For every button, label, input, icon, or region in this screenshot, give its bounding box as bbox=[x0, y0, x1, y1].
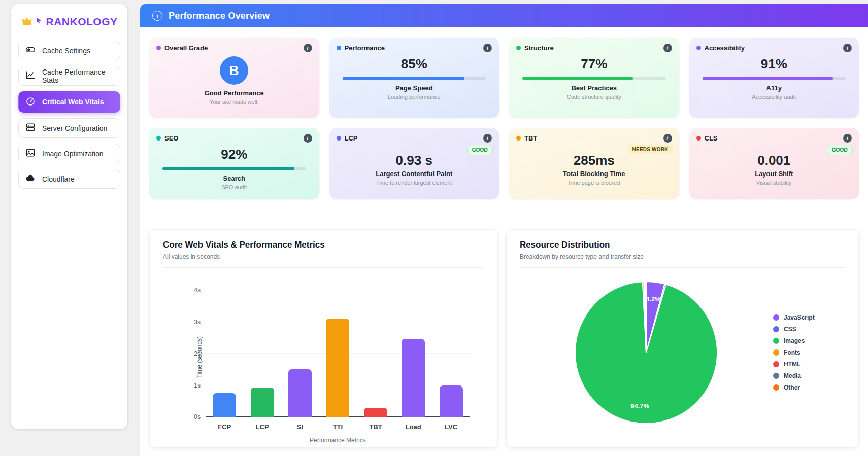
legend-dot bbox=[773, 338, 779, 344]
info-icon[interactable]: i bbox=[483, 134, 492, 143]
bar-slot bbox=[394, 290, 432, 417]
bar-fcp[interactable] bbox=[213, 393, 236, 417]
card-label: Overall Grade bbox=[164, 44, 208, 52]
legend-label: Fonts bbox=[784, 349, 800, 356]
sidebar-item-label: Cache Settings bbox=[42, 47, 90, 55]
sidebar-item-cache-settings[interactable]: Cache Settings bbox=[18, 41, 120, 60]
sidebar-item-label: Server Configuration bbox=[42, 124, 107, 132]
legend-item-css[interactable]: CSS bbox=[773, 326, 833, 333]
x-tick-label: TBT bbox=[357, 423, 394, 431]
card-header: Performancei bbox=[337, 44, 492, 52]
info-icon[interactable]: i bbox=[304, 134, 312, 143]
info-icon: i bbox=[152, 11, 162, 21]
sidebar-item-cloudflare[interactable]: Cloudflare bbox=[18, 169, 120, 189]
card-structure: Structurei77%Best PracticesCode structur… bbox=[509, 38, 679, 118]
status-dot bbox=[337, 46, 341, 50]
progress-bar bbox=[703, 77, 833, 80]
score-cards-grid: Overall GradeiBGood PerformanceYour site… bbox=[149, 38, 859, 199]
card-title: A11y bbox=[696, 84, 852, 92]
card-title: Good Performance bbox=[156, 89, 312, 97]
brand: RANKOLOGY bbox=[18, 15, 120, 28]
bar-lcp[interactable] bbox=[251, 388, 274, 417]
cloud-icon bbox=[25, 173, 36, 185]
crown-icon bbox=[21, 15, 32, 28]
card-accessibility: Accessibilityi91%A11yAccessibility audit bbox=[689, 38, 859, 118]
card-title: Best Practices bbox=[516, 84, 672, 92]
info-icon[interactable]: i bbox=[663, 44, 672, 52]
card-label: Structure bbox=[524, 44, 554, 52]
legend-label: HTML bbox=[784, 361, 800, 368]
pie-slice-label: 94.7% bbox=[631, 402, 650, 410]
legend-item-images[interactable]: Images bbox=[773, 337, 833, 344]
sidebar-nav: Cache SettingsCache Performance StatsCri… bbox=[18, 41, 120, 189]
image-icon bbox=[25, 148, 36, 159]
content: Overall GradeiBGood PerformanceYour site… bbox=[140, 27, 868, 456]
legend-item-html[interactable]: HTML bbox=[773, 361, 833, 368]
card-header: LCPi bbox=[337, 134, 492, 143]
bar-chart-plot: Time (seconds) 0s1s2s3s4s bbox=[206, 290, 470, 417]
info-icon[interactable]: i bbox=[843, 44, 852, 52]
pie-legend: JavaScriptCSSImagesFontsHTMLMediaOther bbox=[773, 314, 833, 391]
sidebar-item-label: Critical Web Vitals bbox=[42, 98, 104, 106]
card-seo: SEOi92%SearchSEO audit bbox=[149, 128, 319, 199]
divider bbox=[520, 267, 845, 268]
info-icon[interactable]: i bbox=[483, 44, 492, 52]
brand-name: RANKOLOGY bbox=[46, 16, 118, 28]
x-tick-label: TTI bbox=[319, 423, 356, 431]
sidebar-item-server-configuration[interactable]: Server Configuration bbox=[18, 118, 120, 138]
sidebar-item-critical-web-vitals[interactable]: Critical Web Vitals bbox=[18, 91, 120, 113]
card-value: 0.93 s bbox=[337, 153, 492, 168]
bars bbox=[206, 290, 470, 417]
page-header: i Performance Overview bbox=[140, 4, 868, 27]
card-label: Accessibility bbox=[705, 44, 745, 52]
card-performance: Performancei85%Page SpeedLoading perform… bbox=[329, 38, 499, 118]
bar-tti[interactable] bbox=[326, 319, 349, 417]
card-label: TBT bbox=[524, 134, 537, 142]
x-axis-label: Performance Metrics bbox=[206, 437, 470, 444]
card-value: 0.001 bbox=[696, 153, 852, 168]
status-dot bbox=[516, 136, 521, 141]
card-header: Structurei bbox=[516, 44, 672, 52]
card-header: Overall Gradei bbox=[156, 44, 312, 52]
card-lcp: LCPiGOOD0.93 sLargest Contentful PaintTi… bbox=[329, 128, 499, 199]
card-label: SEO bbox=[164, 134, 178, 142]
sidebar-item-cache-performance[interactable]: Cache Performance Stats bbox=[18, 66, 120, 86]
progress-track bbox=[522, 77, 666, 80]
card-header: SEOi bbox=[156, 134, 312, 143]
y-tick-label: 3s bbox=[181, 319, 201, 326]
sidebar-item-label: Cloudflare bbox=[42, 175, 75, 183]
legend-dot bbox=[773, 314, 779, 321]
card-label: CLS bbox=[705, 134, 718, 142]
progress-track bbox=[162, 167, 306, 170]
card-header: Accessibilityi bbox=[696, 44, 852, 52]
status-dot bbox=[337, 136, 341, 141]
sidebar-item-image-optimization[interactable]: Image Optimization bbox=[18, 144, 120, 163]
y-tick-label: 2s bbox=[181, 350, 201, 357]
info-icon[interactable]: i bbox=[304, 44, 312, 52]
card-value: 77% bbox=[516, 56, 672, 72]
legend-item-javascript[interactable]: JavaScript bbox=[773, 314, 833, 321]
legend-dot bbox=[773, 373, 779, 379]
bar-tbt[interactable] bbox=[364, 408, 387, 417]
x-axis-tick-labels: FCPLCPSITTITBTLoadLVC bbox=[206, 423, 470, 431]
bar-si[interactable] bbox=[288, 369, 312, 417]
y-tick-label: 4s bbox=[181, 287, 201, 294]
card-subtitle: Visual stability bbox=[696, 180, 852, 186]
charts-row: Core Web Vitals & Performance Metrics Al… bbox=[149, 229, 859, 448]
card-title: Layout Shift bbox=[696, 170, 852, 178]
info-icon[interactable]: i bbox=[663, 134, 672, 143]
card-value: 285ms bbox=[516, 153, 672, 168]
x-tick-label: SI bbox=[281, 423, 319, 431]
legend-item-fonts[interactable]: Fonts bbox=[773, 349, 833, 356]
sidebar-item-label: Cache Performance Stats bbox=[42, 68, 113, 84]
legend-item-media[interactable]: Media bbox=[773, 372, 833, 379]
legend-dot bbox=[773, 384, 779, 391]
legend-item-other[interactable]: Other bbox=[773, 384, 833, 391]
bar-lvc[interactable] bbox=[440, 385, 463, 417]
y-tick-label: 0s bbox=[181, 413, 201, 420]
pie-chart-title: Resource Distribution bbox=[520, 240, 845, 250]
status-dot bbox=[156, 136, 161, 141]
info-icon[interactable]: i bbox=[843, 134, 852, 143]
legend-dot bbox=[773, 349, 779, 356]
bar-load[interactable] bbox=[402, 339, 425, 417]
